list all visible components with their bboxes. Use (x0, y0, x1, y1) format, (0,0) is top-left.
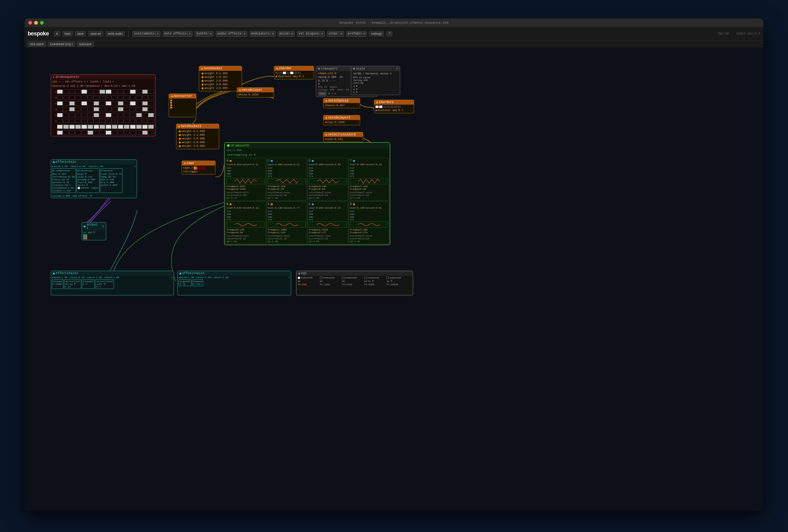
waveform-6 (309, 178, 347, 184)
drumsynth-module: drumsynth vol:1.394 oversampling 1x ∇ 4 … (224, 142, 390, 245)
drum-row-1: 6 (52, 89, 154, 95)
notehocket-weight-2[interactable]: weight 2:0.000 (200, 79, 240, 83)
audio-effects-dropdown[interactable]: audio effects: ▽ (216, 31, 247, 37)
load-button[interactable]: load (62, 31, 73, 36)
second-menu-row: new patch lookahead (exp.) autosave (25, 41, 763, 47)
notedelayer-header: notedelayer (237, 88, 274, 92)
drum-row-2: 5 (52, 95, 154, 100)
lookahead-button[interactable]: lookahead (exp.) (48, 42, 75, 47)
menu-bar: bespoke ⏸ load save save as write audio … (25, 27, 763, 41)
window-title: bespoke synth - example__drumsynth_chanc… (339, 21, 449, 25)
modulators-dropdown[interactable]: modulators: ▽ (250, 31, 275, 37)
chorder-header: chorder (274, 66, 314, 71)
notehocket2-weight-4[interactable]: weight 4:0.000 (178, 144, 218, 148)
capo-header: capo (182, 161, 215, 166)
effectchain3-module: effectchain3 ●mix0:1.00 ◁mix1:0.45 ◁mix2… (51, 271, 174, 295)
fps-display: fps:18 audio cpu:3.6 (718, 32, 760, 35)
drumsynth-cell-2: 2 vol2:0.901 noise2:0.22 sinsawsqutri (308, 201, 348, 244)
drumsynth-oversampling[interactable]: oversampling 1x ∇ (225, 152, 390, 157)
notehocket-weight-0[interactable]: weight 0:1.000 (200, 72, 240, 75)
drum-row-6: 1 (52, 118, 154, 124)
settings-button[interactable]: settings (369, 31, 384, 36)
pulse-dropdown[interactable]: pulse: ▽ (278, 31, 295, 37)
new-patch-button[interactable]: new patch (28, 42, 46, 47)
effectchain-header: effectchain (51, 160, 137, 164)
drumsynth-cell-6: 6 vol6:0.000 noise6:0.39 sinsawsqutri (308, 158, 348, 201)
effectchain4-module: effectchain4 ●mix0:1.00 ◁mix1:1.00 ◁mix2… (177, 271, 291, 295)
center-input-checkbox[interactable] (78, 187, 80, 189)
chorder2-header: chorder2 (374, 100, 414, 105)
notehocket2-weight-1[interactable]: weight 1:1.000 (178, 133, 218, 137)
drum-row-7 (52, 124, 154, 129)
notesorter-module: notesorter (169, 94, 196, 117)
capo-module: capo capo:2 retrigger (182, 161, 215, 175)
velocityscaler2-header: velocityscaler2 (323, 132, 363, 137)
notedelayer2-header: notedelayer2 (323, 116, 360, 120)
notedelayer-module: notedelayer delay:0.1250 (237, 87, 274, 98)
prefabs-dropdown[interactable]: prefabs: ▽ (346, 31, 367, 37)
waveform-3 (350, 222, 388, 228)
drumseq-header: ● drumsequencer (51, 75, 155, 79)
scale-module: scale ▽ A#/Bb / harmonic minor ▽ PPO 12 … (351, 66, 400, 95)
chorder-module: chorder ■ diatonic maj ∇ ▽ (274, 66, 314, 79)
drumsynth-cell-1: 1 vol1:0.198 noise1:0.77 sinsawsqutri (267, 201, 307, 244)
effectchain3-header: effectchain3 (51, 271, 174, 276)
notehocket-module: notehocket weight 0:1.000 weight 1:0.367… (199, 66, 242, 91)
waveform-5 (268, 178, 306, 184)
effectchain4-header: effectchain4 (178, 271, 291, 276)
drum-row-5: 2 (52, 112, 154, 118)
drumseq-params: measures:2 vel:1.00 randomize r den:0.25… (51, 84, 155, 88)
drumseq-controls: 16s ◁ ▷ 16n offsets ⊞ r lock0 r lock1 r (51, 79, 155, 84)
notehocket-weight-4[interactable]: weight 4:0.000 (200, 86, 240, 90)
canvas-area[interactable]: ● drumsequencer 16s ◁ ▷ 16n offsets ⊞ r … (25, 47, 763, 511)
velocityscaler2-module: velocityscaler2 scale:0.531 (323, 132, 363, 142)
drumseq-grid: 6 5 (51, 88, 155, 136)
notehocket2-weight-3[interactable]: weight 3:0.000 (178, 141, 218, 144)
app-window: bespoke synth - example__drumsynth_chanc… (25, 18, 763, 511)
notesorter-header: notesorter (169, 94, 196, 99)
app-logo: bespoke (28, 31, 49, 37)
minimize-button[interactable] (34, 21, 38, 25)
close-button[interactable] (28, 21, 32, 25)
drumsynth-cell-5: 5 vol5:0.000 noise5:0.11 sinsawsqutri (267, 158, 307, 201)
notechance2-module: notechance2 chance:0.357 (323, 98, 360, 108)
save-button[interactable]: save (75, 31, 86, 36)
drumsynth-cell-0: 0 vol0:0.543 noise0:0.11 sinsawsqutri (225, 201, 266, 244)
notehocket-weight-3[interactable]: weight 3:0.000 (200, 83, 240, 86)
waveform-0 (226, 222, 265, 228)
vst-plugins-dropdown[interactable]: vst plugins: ▽ (297, 31, 325, 37)
notedelayer2-module: notedelayer2 delay:0.1250 (323, 115, 360, 125)
output1-header: output 1 ▽ (82, 223, 106, 230)
write-audio-button[interactable]: write audio (105, 31, 125, 36)
notehocket-weight-1[interactable]: weight 1:0.367 (200, 75, 240, 79)
drumsynth-header: drumsynth (225, 143, 390, 148)
title-bar: bespoke synth - example__drumsynth_chanc… (25, 18, 763, 27)
drum-row-8 (52, 130, 154, 136)
notehocket-header: notehocket (199, 66, 242, 71)
drumsynth-grid: 4 vol4:0.054 noise4:0.11 sinsawsqutri (225, 157, 390, 245)
waveform-2 (309, 222, 347, 228)
notehocket2-weight-2[interactable]: weight 2:0.000 (178, 137, 218, 141)
maximize-button[interactable] (40, 21, 44, 25)
traffic-lights (28, 21, 44, 25)
synths-dropdown[interactable]: synths: ▽ (195, 31, 213, 37)
instruments-dropdown[interactable]: instruments: ▽ (132, 31, 160, 37)
reset-button[interactable]: reset (318, 92, 327, 96)
waveform-1 (268, 222, 306, 228)
drumsynth-cell-3: 3 vol3:0.136 noise3:0.81 sinsawsqutri (349, 201, 389, 244)
notehocket2-weight-0[interactable]: weight 0:1.000 (178, 129, 218, 133)
effectchain-module: effectchain ●mix0:1.00 ◁mix1:0.26 ◁mix2:… (51, 159, 137, 198)
notehocket2-header: notehocket2 (176, 124, 219, 129)
note-effects-dropdown[interactable]: note effects: ▽ (163, 31, 192, 37)
save-as-button[interactable]: save as (88, 31, 103, 36)
output1-module: output 1 ▽ ch 1&2 ∇ (82, 222, 106, 240)
eq2-module: eq2 enabled0 pk f0:599 enabled1 pk (296, 271, 413, 295)
other-dropdown[interactable]: other: ▽ (327, 31, 344, 37)
waveform-4 (226, 178, 265, 184)
transport-play-button[interactable]: ⏸ (54, 31, 60, 36)
drumsynth-cell-7: 7 vol7:0.000 noise7:0.12 sinsawsqutri (349, 158, 389, 201)
autosave-button[interactable]: autosave (77, 42, 94, 47)
drum-row-3: 4 (52, 101, 154, 106)
notehocket2-module: notehocket2 weight 0:1.000 weight 1:1.00… (176, 124, 219, 149)
help-button[interactable]: ? (386, 31, 392, 36)
